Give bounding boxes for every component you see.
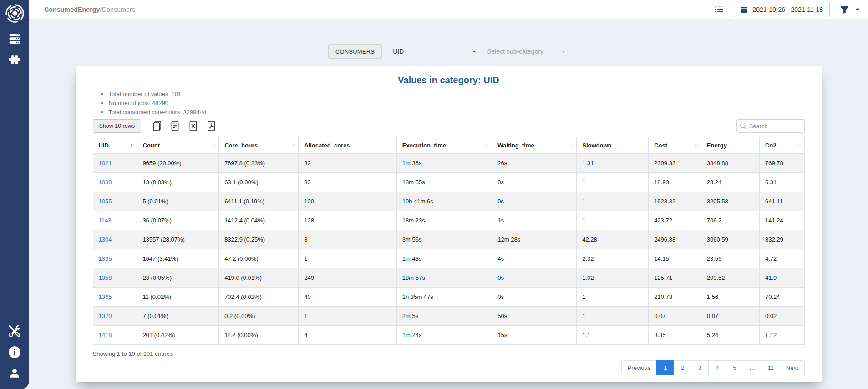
- table-cell-count: 7 (0.01%): [137, 307, 219, 326]
- column-label: Allocated_cores: [304, 142, 350, 149]
- uid-link[interactable]: 1038: [99, 179, 112, 186]
- table-row: 135823 (0.05%)419.0 (0.01%)24918m 57s0s1…: [93, 268, 804, 288]
- pagination-next[interactable]: Next: [780, 360, 805, 375]
- pagination-page-5[interactable]: 5: [726, 360, 743, 375]
- servers-icon[interactable]: [9, 33, 20, 45]
- subcategory-select[interactable]: Select sub-category: [482, 44, 569, 59]
- pagination-page-1[interactable]: 1: [656, 360, 674, 375]
- content-area: CONSUMERS UID Select sub-category Values…: [29, 20, 868, 389]
- column-header-co2[interactable]: Co2↑↓: [759, 137, 804, 154]
- table-cell-cost: 14.15: [649, 249, 701, 268]
- table-cell-execution_time: 10h 41m 6s: [396, 192, 492, 211]
- caret-down-icon: [472, 51, 476, 53]
- column-header-core_hours[interactable]: Core_hours↑↓: [219, 137, 299, 154]
- table-cell-allocated_cores: 1: [299, 249, 397, 268]
- funnel-icon[interactable]: [840, 5, 849, 14]
- file-pdf-icon[interactable]: [207, 121, 216, 131]
- table-cell-energy: 23.59: [701, 249, 759, 268]
- caret-down-icon[interactable]: [855, 7, 860, 12]
- table-cell-core_hours: 702.4 (0.02%): [219, 288, 299, 307]
- table-cell-cost: 125.71: [649, 268, 701, 288]
- table-cell-execution_time: 1h 35m 47s: [396, 288, 492, 307]
- table-cell-waiting_time: 0s: [492, 288, 577, 307]
- table-cell-uid: 1143: [93, 211, 137, 230]
- pagination-page-4[interactable]: 4: [708, 360, 726, 375]
- table-cell-allocated_cores: 4: [299, 326, 397, 345]
- tools-icon[interactable]: [9, 325, 20, 337]
- table-cell-count: 201 (0.42%): [137, 326, 219, 345]
- copy-icon[interactable]: [152, 121, 162, 131]
- table-cell-cost: 1923.32: [649, 192, 701, 211]
- column-header-count[interactable]: Count↑↓: [137, 137, 219, 154]
- file-excel-icon[interactable]: [188, 121, 198, 131]
- sidebar: [0, 0, 29, 389]
- table-cell-co2: 70.24: [759, 288, 804, 307]
- column-header-cost[interactable]: Cost↑↓: [649, 137, 701, 154]
- user-icon[interactable]: [9, 367, 20, 379]
- table-cell-slowdown: 1: [577, 173, 649, 192]
- file-text-icon[interactable]: [170, 121, 180, 131]
- table-cell-count: 9659 (20.00%): [137, 154, 219, 173]
- uid-link[interactable]: 1418: [99, 332, 112, 338]
- table-cell-allocated_cores: 32: [299, 154, 397, 173]
- column-header-slowdown[interactable]: Slowdown↑↓: [577, 137, 649, 154]
- column-header-execution_time[interactable]: Execution_time↑↓: [396, 137, 492, 154]
- info-icon[interactable]: [9, 346, 20, 358]
- date-range-picker[interactable]: 2021-10-26 - 2021-11-18: [734, 2, 830, 17]
- table-cell-uid: 1304: [93, 230, 137, 249]
- table-cell-co2: 141.24: [759, 211, 804, 230]
- pagination-page-2[interactable]: 2: [674, 360, 691, 375]
- uid-link[interactable]: 1143: [99, 217, 112, 224]
- table-cell-cost: 3.35: [649, 326, 701, 345]
- table-cell-slowdown: 1: [577, 307, 649, 326]
- column-header-energy[interactable]: Energy↑↓: [701, 137, 759, 154]
- category-select[interactable]: UID: [386, 44, 480, 59]
- table-cell-co2: 832.29: [759, 230, 804, 249]
- menu-list-icon[interactable]: [715, 5, 724, 14]
- sort-icons: ↑↓: [569, 142, 573, 149]
- stat-item: Total consumed core-hours: 3299444: [99, 109, 805, 116]
- tab-consumers[interactable]: CONSUMERS: [328, 44, 382, 59]
- table-cell-energy: 0.07: [701, 307, 759, 326]
- uid-link[interactable]: 1370: [99, 313, 112, 319]
- table-cell-core_hours: 0.2 (0.00%): [219, 307, 299, 326]
- table-cell-slowdown: 42.28: [577, 230, 649, 249]
- column-header-allocated_cores[interactable]: Allocated_cores↑↓: [299, 137, 397, 154]
- logo-icon[interactable]: [5, 3, 25, 24]
- column-label: Energy: [707, 142, 727, 149]
- pagination-previous: Previous: [621, 360, 657, 375]
- uid-link[interactable]: 1365: [99, 293, 112, 300]
- search-input[interactable]: [736, 119, 805, 133]
- table-cell-count: 36 (0.07%): [137, 211, 219, 230]
- table-row: 114336 (0.07%)1412.4 (0.04%)12818m 23s1s…: [93, 211, 804, 230]
- values-card: Values in category: UID Total number of …: [76, 66, 822, 382]
- show-rows-button[interactable]: Show 10 rows: [93, 119, 142, 133]
- table-cell-count: 13 (0.03%): [137, 173, 219, 192]
- pagination-page-11[interactable]: 11: [761, 360, 780, 375]
- table-cell-slowdown: 1: [577, 288, 649, 307]
- sort-icons: ↑↓: [797, 142, 801, 149]
- table-cell-waiting_time: 0s: [492, 268, 577, 288]
- sort-icons: ↑↓: [212, 142, 215, 149]
- category-select-value: UID: [393, 48, 404, 55]
- table-row: 13351647 (3.41%)47.2 (0.00%)11m 43s4s2.3…: [93, 249, 804, 268]
- sort-icons: ↑↓: [752, 142, 756, 149]
- uid-link[interactable]: 1335: [99, 255, 112, 262]
- table-cell-cost: 2309.33: [649, 154, 701, 173]
- column-label: UID: [99, 142, 109, 149]
- table-cell-uid: 1038: [93, 173, 137, 192]
- pagination-page-3[interactable]: 3: [691, 360, 709, 375]
- table-cell-uid: 1021: [93, 154, 137, 173]
- table-cell-uid: 1335: [93, 249, 137, 268]
- table-cell-slowdown: 1: [577, 211, 649, 230]
- uid-link[interactable]: 1021: [99, 160, 112, 167]
- column-header-waiting_time[interactable]: Waiting_time↑↓: [492, 137, 577, 154]
- table-cell-allocated_cores: 1: [299, 307, 397, 326]
- table-cell-waiting_time: 15s: [492, 326, 577, 345]
- uid-link[interactable]: 1055: [99, 198, 112, 205]
- puzzle-icon[interactable]: [9, 54, 20, 66]
- table-cell-energy: 5.24: [701, 326, 759, 345]
- uid-link[interactable]: 1304: [99, 236, 112, 243]
- uid-link[interactable]: 1358: [99, 274, 112, 281]
- column-header-uid[interactable]: UID↑↓: [93, 137, 137, 154]
